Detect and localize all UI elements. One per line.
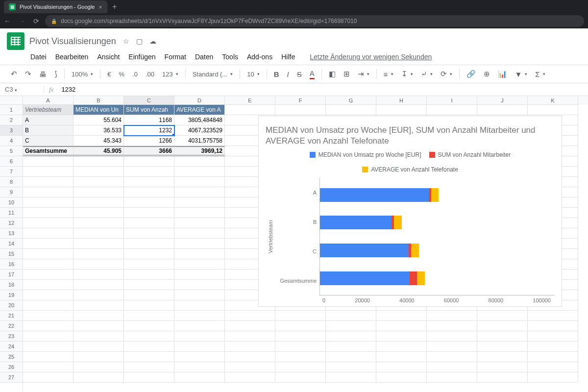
chart-button[interactable]: 📊 <box>495 70 510 78</box>
cell[interactable]: SUM von Anzah <box>124 105 174 115</box>
cell[interactable]: 3969,12 <box>174 146 225 156</box>
valign-button[interactable]: ↧ <box>398 70 416 78</box>
col-header[interactable]: J <box>477 96 528 105</box>
halign-button[interactable]: ≡ <box>381 70 396 78</box>
row-header[interactable]: 19 <box>0 290 23 300</box>
menu-daten[interactable]: Daten <box>195 53 213 61</box>
name-box[interactable]: C3 ▾ <box>0 86 44 93</box>
link-button[interactable]: 🔗 <box>464 70 479 78</box>
cell[interactable]: 4031,575758 <box>174 136 225 146</box>
zoom-select[interactable]: 100% <box>69 71 96 78</box>
col-header[interactable]: D <box>174 96 225 105</box>
reload-icon[interactable]: ⟳ <box>33 17 39 25</box>
row-header[interactable]: 14 <box>0 239 23 249</box>
col-header[interactable]: H <box>376 96 427 105</box>
functions-button[interactable]: Σ <box>532 70 548 78</box>
font-select[interactable]: Standard (... <box>190 71 236 78</box>
menu-ansicht[interactable]: Ansicht <box>97 53 120 61</box>
col-header[interactable]: C <box>124 96 174 105</box>
embedded-chart[interactable]: MEDIAN von Umsatz pro Woche [EUR], SUM v… <box>258 116 562 307</box>
filter-button[interactable]: ▼ <box>512 70 531 78</box>
col-header[interactable]: F <box>275 96 326 105</box>
comment-button[interactable]: ⊕ <box>481 70 493 78</box>
cell[interactable]: MEDIAN von Un <box>74 105 124 115</box>
bold-button[interactable]: B <box>271 70 282 78</box>
row-header[interactable]: 25 <box>0 352 23 362</box>
undo-icon[interactable]: ↶ <box>8 70 20 78</box>
grid[interactable]: A B C D E F G H I J K Vertriebsteam MEDI… <box>23 96 588 392</box>
col-header[interactable]: K <box>528 96 578 105</box>
percent-button[interactable]: % <box>116 71 127 78</box>
cell[interactable]: 1168 <box>124 115 174 125</box>
selection-handle[interactable] <box>172 134 174 136</box>
row-header[interactable]: 26 <box>0 362 23 372</box>
sheets-logo[interactable] <box>7 32 24 50</box>
move-icon[interactable]: ▢ <box>136 37 143 45</box>
row-header[interactable]: 20 <box>0 300 23 311</box>
menu-einfuegen[interactable]: Einfügen <box>128 53 155 61</box>
row-header[interactable]: 24 <box>0 342 23 352</box>
number-format-button[interactable]: 123 <box>159 71 181 78</box>
row-header[interactable]: 10 <box>0 197 23 208</box>
wrap-button[interactable]: ⤶ <box>418 70 436 78</box>
font-size-select[interactable]: 10 <box>244 71 262 78</box>
browser-tab[interactable]: ▦ Pivot Visualisierungen - Google × <box>4 0 107 13</box>
menu-addons[interactable]: Add-ons <box>247 53 272 61</box>
cell[interactable]: B <box>23 125 74 136</box>
cloud-icon[interactable]: ☁ <box>149 37 156 45</box>
row-header[interactable]: 22 <box>0 321 23 331</box>
fill-color-button[interactable]: ◧ <box>326 70 339 78</box>
row-header[interactable]: 9 <box>0 187 23 197</box>
row-header[interactable]: 27 <box>0 372 23 383</box>
rotate-button[interactable]: ⟳ <box>438 70 455 78</box>
cell[interactable]: 3666 <box>124 146 174 156</box>
cell[interactable]: C <box>23 136 74 146</box>
star-icon[interactable]: ☆ <box>123 37 129 45</box>
cell[interactable]: A <box>23 115 74 125</box>
paint-format-icon[interactable]: ⟆ <box>51 70 60 78</box>
last-edit-link[interactable]: Letzte Änderung vor wenigen Sekunden <box>310 53 432 61</box>
redo-icon[interactable]: ↷ <box>22 70 34 78</box>
select-all-corner[interactable] <box>0 96 23 105</box>
cell[interactable]: AVERAGE von A <box>174 105 225 115</box>
increase-decimal-button[interactable]: .00 <box>143 71 157 78</box>
row-header[interactable]: 7 <box>0 167 23 177</box>
cell[interactable]: 1266 <box>124 136 174 146</box>
row-header[interactable]: 16 <box>0 259 23 270</box>
row-header[interactable]: 2 <box>0 115 23 125</box>
new-tab-button[interactable]: + <box>107 2 122 11</box>
col-header[interactable]: E <box>225 96 275 105</box>
row-header[interactable]: 21 <box>0 311 23 321</box>
forward-icon[interactable]: → <box>19 17 25 25</box>
row-header[interactable]: 17 <box>0 270 23 280</box>
merge-button[interactable]: ⇥ <box>355 70 372 78</box>
cell[interactable]: 45.905 <box>74 146 124 156</box>
row-header[interactable]: 6 <box>0 156 23 167</box>
back-icon[interactable]: ← <box>4 17 11 25</box>
cell-selected[interactable]: 1232 <box>124 125 174 136</box>
cell[interactable]: Vertriebsteam <box>23 105 74 115</box>
borders-button[interactable]: ⊞ <box>341 70 353 78</box>
row-header[interactable]: 15 <box>0 249 23 259</box>
address-bar[interactable]: 🔒 docs.google.com/spreadsheets/d/1nVxVrV… <box>45 15 584 27</box>
cell[interactable]: Gesamtsumme <box>23 146 74 156</box>
row-header[interactable]: 5 <box>0 146 23 156</box>
row-header[interactable]: 13 <box>0 228 23 239</box>
cell[interactable]: 45.343 <box>74 136 124 146</box>
doc-title[interactable]: Pivot Visualisierungen <box>29 36 116 47</box>
menu-datei[interactable]: Datei <box>30 53 47 61</box>
print-icon[interactable]: 🖶 <box>36 70 49 78</box>
text-color-button[interactable]: A <box>307 69 318 79</box>
cell[interactable]: 4067,323529 <box>174 125 225 136</box>
italic-button[interactable]: I <box>284 70 292 78</box>
row-header[interactable]: 11 <box>0 208 23 218</box>
menu-tools[interactable]: Tools <box>222 53 238 61</box>
strikethrough-button[interactable]: S <box>294 70 305 78</box>
menu-hilfe[interactable]: Hilfe <box>281 53 295 61</box>
currency-button[interactable]: € <box>104 71 114 78</box>
cell[interactable]: 55.604 <box>74 115 124 125</box>
formula-bar[interactable]: 1232 <box>58 86 78 93</box>
col-header[interactable]: I <box>427 96 477 105</box>
row-header[interactable]: 3 <box>0 125 23 136</box>
row-header[interactable]: 4 <box>0 136 23 146</box>
